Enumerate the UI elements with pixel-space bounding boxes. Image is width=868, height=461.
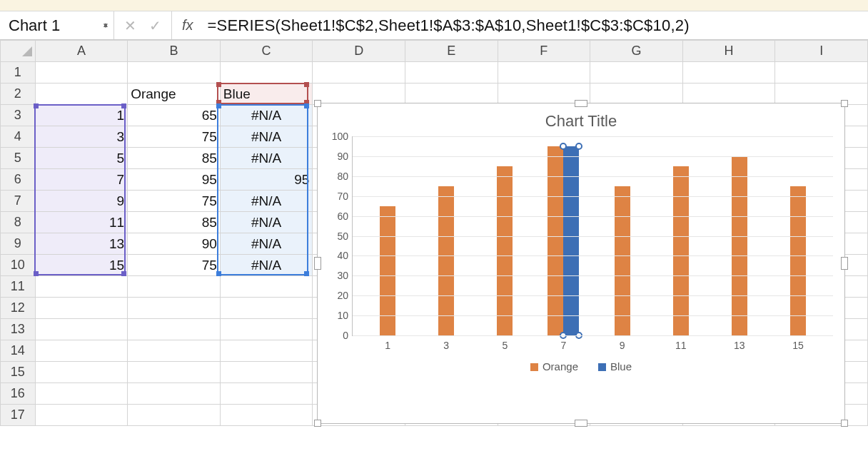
cell-H1[interactable] bbox=[682, 62, 775, 83]
cell-C9[interactable]: #N/A bbox=[220, 233, 313, 255]
cell-C12[interactable] bbox=[220, 298, 313, 319]
cell-A12[interactable] bbox=[35, 298, 128, 319]
cell-A9[interactable]: 13 bbox=[35, 233, 128, 255]
row-header-10[interactable]: 10 bbox=[1, 255, 36, 276]
cell-A16[interactable] bbox=[35, 383, 128, 405]
cell-I1[interactable] bbox=[775, 62, 868, 83]
cell-C1[interactable] bbox=[220, 62, 313, 83]
cell-C15[interactable] bbox=[220, 362, 313, 383]
bar-orange[interactable] bbox=[790, 186, 806, 335]
row-header-4[interactable]: 4 bbox=[1, 126, 36, 148]
resize-handle[interactable] bbox=[314, 420, 321, 427]
row-header-7[interactable]: 7 bbox=[1, 191, 36, 212]
cell-I2[interactable] bbox=[775, 83, 868, 105]
resize-handle[interactable] bbox=[841, 257, 848, 270]
cell-C11[interactable] bbox=[220, 276, 313, 298]
cell-B13[interactable] bbox=[128, 319, 221, 340]
cell-C8[interactable]: #N/A bbox=[220, 212, 313, 233]
cell-B4[interactable]: 75 bbox=[128, 126, 221, 148]
row-header-13[interactable]: 13 bbox=[1, 319, 36, 340]
cancel-icon[interactable]: ✕ bbox=[124, 17, 136, 34]
name-box-stepper[interactable]: ▲ ▼ bbox=[102, 25, 109, 26]
row-header-11[interactable]: 11 bbox=[1, 276, 36, 298]
row-header-12[interactable]: 12 bbox=[1, 298, 36, 319]
cell-A13[interactable] bbox=[35, 319, 128, 340]
col-header-B[interactable]: B bbox=[128, 41, 221, 62]
cell-A3[interactable]: 1 bbox=[35, 105, 128, 126]
name-box[interactable]: Chart 1 ▲ ▼ bbox=[0, 11, 114, 39]
col-header-F[interactable]: F bbox=[498, 41, 590, 62]
bar-blue[interactable] bbox=[563, 146, 579, 335]
cell-C16[interactable] bbox=[220, 383, 313, 405]
cell-B3[interactable]: 65 bbox=[128, 105, 221, 126]
cell-C14[interactable] bbox=[220, 340, 313, 362]
cell-E1[interactable] bbox=[405, 62, 498, 83]
cell-B7[interactable]: 75 bbox=[128, 191, 221, 212]
resize-handle[interactable] bbox=[841, 100, 848, 107]
cell-B15[interactable] bbox=[128, 362, 221, 383]
cell-B16[interactable] bbox=[128, 383, 221, 405]
resize-handle[interactable] bbox=[841, 420, 848, 427]
col-header-A[interactable]: A bbox=[35, 41, 128, 62]
cell-G1[interactable] bbox=[590, 62, 683, 83]
chart-object[interactable]: Chart Title 13579111315 0102030405060708… bbox=[317, 103, 845, 424]
row-header-14[interactable]: 14 bbox=[1, 340, 36, 362]
legend-item-orange[interactable]: Orange bbox=[530, 360, 578, 373]
row-header-2[interactable]: 2 bbox=[1, 83, 36, 105]
cell-A7[interactable]: 9 bbox=[35, 191, 128, 212]
row-header-5[interactable]: 5 bbox=[1, 148, 36, 169]
cell-C5[interactable]: #N/A bbox=[220, 148, 313, 169]
confirm-icon[interactable]: ✓ bbox=[149, 17, 161, 34]
bar-orange[interactable] bbox=[732, 156, 747, 335]
col-header-I[interactable]: I bbox=[775, 41, 868, 62]
cell-A2[interactable] bbox=[35, 83, 128, 105]
cell-C7[interactable]: #N/A bbox=[220, 191, 313, 212]
row-header-16[interactable]: 16 bbox=[1, 383, 36, 405]
cell-B9[interactable]: 90 bbox=[128, 233, 221, 255]
cell-B1[interactable] bbox=[128, 62, 221, 83]
cell-A5[interactable]: 5 bbox=[35, 148, 128, 169]
select-all-corner[interactable] bbox=[1, 41, 36, 62]
col-header-C[interactable]: C bbox=[220, 41, 313, 62]
row-header-17[interactable]: 17 bbox=[1, 405, 36, 426]
data-point-handle[interactable] bbox=[575, 143, 582, 150]
cell-F1[interactable] bbox=[498, 62, 590, 83]
cell-B17[interactable] bbox=[128, 405, 221, 426]
cell-A1[interactable] bbox=[35, 62, 128, 83]
data-point-handle[interactable] bbox=[560, 143, 567, 150]
resize-handle[interactable] bbox=[575, 100, 587, 107]
col-header-H[interactable]: H bbox=[682, 41, 775, 62]
cell-A14[interactable] bbox=[35, 340, 128, 362]
cell-D1[interactable] bbox=[313, 62, 405, 83]
col-header-D[interactable]: D bbox=[313, 41, 405, 62]
chart-title[interactable]: Chart Title bbox=[318, 103, 844, 136]
row-header-6[interactable]: 6 bbox=[1, 169, 36, 191]
cell-A4[interactable]: 3 bbox=[35, 126, 128, 148]
cell-C3[interactable]: #N/A bbox=[220, 105, 313, 126]
cell-B5[interactable]: 85 bbox=[128, 148, 221, 169]
cell-C17[interactable] bbox=[220, 405, 313, 426]
cell-B6[interactable]: 95 bbox=[128, 169, 221, 191]
resize-handle[interactable] bbox=[314, 257, 321, 270]
col-header-E[interactable]: E bbox=[405, 41, 498, 62]
formula-input[interactable]: =SERIES(Sheet1!$C$2,Sheet1!$A$3:$A$10,Sh… bbox=[203, 11, 868, 39]
cell-C6[interactable]: 95 bbox=[220, 169, 313, 191]
cell-A15[interactable] bbox=[35, 362, 128, 383]
cell-B14[interactable] bbox=[128, 340, 221, 362]
bar-orange[interactable] bbox=[615, 186, 630, 335]
cell-B2[interactable]: Orange bbox=[128, 83, 221, 105]
cell-E2[interactable] bbox=[405, 83, 498, 105]
row-header-1[interactable]: 1 bbox=[1, 62, 36, 83]
bar-orange[interactable] bbox=[438, 186, 454, 335]
cell-C10[interactable]: #N/A bbox=[220, 255, 313, 276]
fx-label[interactable]: fx bbox=[172, 11, 203, 39]
cell-B10[interactable]: 75 bbox=[128, 255, 221, 276]
cell-B12[interactable] bbox=[128, 298, 221, 319]
spreadsheet-grid[interactable]: A B C D E F G H I 12OrangeBlue3165#N/A43… bbox=[0, 40, 868, 426]
row-header-9[interactable]: 9 bbox=[1, 233, 36, 255]
row-header-8[interactable]: 8 bbox=[1, 212, 36, 233]
legend-item-blue[interactable]: Blue bbox=[598, 360, 632, 373]
cell-A8[interactable]: 11 bbox=[35, 212, 128, 233]
cell-C4[interactable]: #N/A bbox=[220, 126, 313, 148]
cell-A6[interactable]: 7 bbox=[35, 169, 128, 191]
